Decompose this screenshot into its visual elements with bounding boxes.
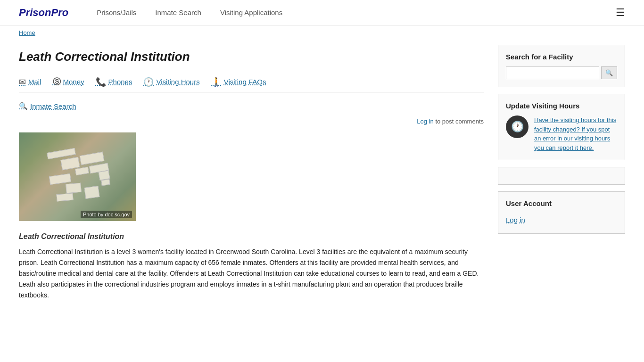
update-visiting-box: Update Visiting Hours 🕐 Have the visitin…: [498, 94, 625, 160]
log-in-link[interactable]: Log in: [417, 118, 433, 125]
tab-mail[interactable]: ✉ Mail: [19, 73, 49, 92]
main-container: Leath Correctional Institution ✉ Mail Ⓢ …: [0, 40, 644, 320]
sidebar: Search for a Facility 🔍 Update Visiting …: [498, 45, 625, 301]
header: PrisonPro Prisons/Jails Inmate Search Vi…: [0, 0, 644, 25]
tab-money-label: Money: [63, 78, 84, 86]
page-title: Leath Correctional Institution: [19, 49, 484, 64]
facility-search-input[interactable]: [506, 66, 599, 79]
tab-phones[interactable]: 📞 Phones: [96, 73, 140, 92]
empty-sidebar-box: [498, 167, 625, 185]
clock-icon: 🕐: [143, 77, 154, 87]
breadcrumb-home[interactable]: Home: [19, 29, 35, 36]
tab-visiting-faqs[interactable]: 🚶 Visiting FAQs: [211, 73, 274, 92]
user-account-login-link[interactable]: Log in: [506, 214, 617, 226]
money-icon: Ⓢ: [53, 76, 61, 87]
inmate-search-link-label: Inmate Search: [30, 102, 76, 110]
visitor-icon: 🚶: [211, 77, 222, 87]
facility-image-placeholder: [19, 132, 136, 221]
phone-icon: 📞: [96, 77, 106, 87]
tabs-bar: ✉ Mail Ⓢ Money 📞 Phones 🕐 Visiting Hours…: [19, 73, 484, 92]
log-in-notice-suffix: to post comments: [435, 118, 484, 125]
content-area: Leath Correctional Institution ✉ Mail Ⓢ …: [19, 45, 484, 301]
tab-visiting-faqs-label: Visiting FAQs: [224, 78, 266, 86]
update-visiting-link[interactable]: Have the visiting hours for this facilit…: [534, 115, 617, 152]
tab-phones-label: Phones: [108, 78, 132, 86]
tab-money[interactable]: Ⓢ Money: [53, 73, 92, 92]
facility-image: Photo by doc.sc.gov: [19, 132, 136, 221]
facility-overlay: [19, 132, 136, 221]
nav-item-prisons[interactable]: Prisons/Jails: [97, 8, 136, 16]
nav-item-visiting[interactable]: Visiting Applications: [220, 8, 282, 16]
log-in-notice: Log in to post comments: [19, 118, 484, 125]
facility-search-button[interactable]: 🔍: [601, 66, 617, 79]
inmate-search-link[interactable]: 🔍 Inmate Search: [19, 98, 484, 116]
photo-credit: Photo by doc.sc.gov: [81, 211, 132, 218]
search-input-container: 🔍: [506, 66, 617, 79]
mail-icon: ✉: [19, 77, 26, 87]
tab-mail-label: Mail: [28, 78, 41, 86]
main-nav: Prisons/Jails Inmate Search Visiting App…: [97, 8, 616, 16]
user-account-box: User Account Log in: [498, 191, 625, 234]
update-box: 🕐 Have the visiting hours for this facil…: [506, 115, 617, 152]
update-clock-icon: 🕐: [506, 115, 528, 138]
facility-description: Leath Correctional Institution is a leve…: [19, 247, 484, 301]
search-facility-title: Search for a Facility: [506, 53, 617, 61]
tab-visiting-hours[interactable]: 🕐 Visiting Hours: [143, 73, 207, 92]
search-icon: 🔍: [19, 102, 28, 110]
hamburger-icon[interactable]: ☰: [616, 7, 625, 19]
search-facility-box: Search for a Facility 🔍: [498, 45, 625, 87]
user-account-title: User Account: [506, 199, 617, 207]
nav-item-inmate-search[interactable]: Inmate Search: [155, 8, 201, 16]
facility-subtitle: Leath Correctional Institution: [19, 232, 484, 241]
update-visiting-title: Update Visiting Hours: [506, 102, 617, 110]
tab-visiting-hours-label: Visiting Hours: [156, 78, 199, 86]
breadcrumb: Home: [0, 25, 644, 40]
site-logo[interactable]: PrisonPro: [19, 7, 68, 19]
